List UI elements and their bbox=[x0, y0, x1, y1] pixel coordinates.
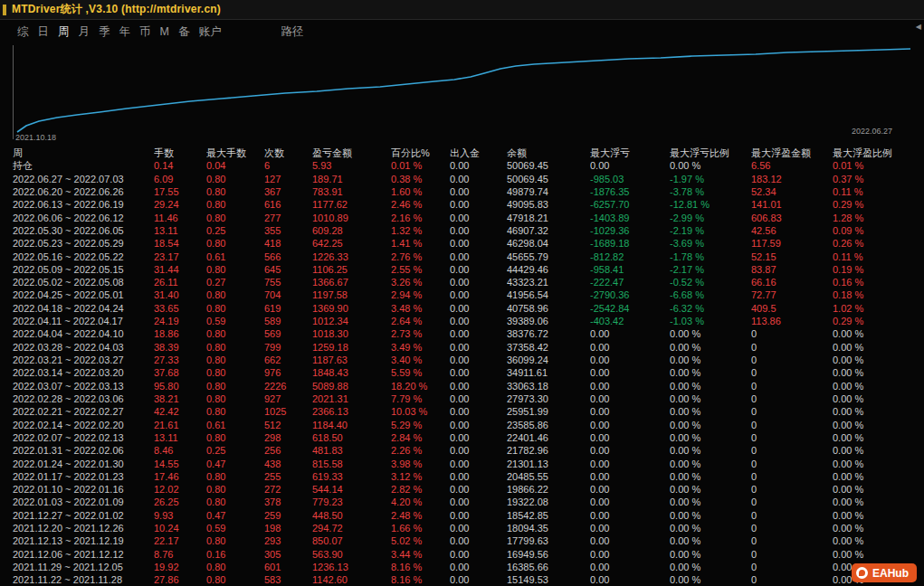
table-row[interactable]: 2022.06.27 ~ 2022.07.036.090.80127189.71… bbox=[0, 173, 924, 185]
table-cell: 0.00 bbox=[450, 380, 507, 392]
table-row[interactable]: 2022.05.16 ~ 2022.05.2223.170.615661226.… bbox=[0, 250, 924, 263]
table-cell: 0.01 % bbox=[833, 159, 924, 172]
table-cell: 8.16 % bbox=[391, 573, 450, 586]
table-cell: 0.00 bbox=[450, 470, 507, 483]
table-row[interactable]: 2021.11.22 ~ 2021.11.2827.860.805831142.… bbox=[0, 573, 924, 586]
table-row[interactable]: 2021.12.13 ~ 2021.12.1922.170.80293850.0… bbox=[0, 534, 924, 547]
table-cell: 0.00 bbox=[450, 419, 507, 431]
menu-item-币[interactable]: 币 bbox=[135, 24, 156, 40]
column-header[interactable]: 最大手数 bbox=[206, 146, 264, 159]
table-cell: 0.00 bbox=[450, 288, 507, 301]
table-cell: 40758.96 bbox=[507, 302, 590, 315]
table-cell: -12.81 % bbox=[670, 198, 751, 211]
menu-item-周[interactable]: 周 bbox=[53, 24, 74, 40]
table-cell: 15149.53 bbox=[507, 573, 590, 586]
table-cell: 0 bbox=[751, 496, 833, 508]
menu-item-备[interactable]: 备 bbox=[174, 24, 195, 40]
table-row[interactable]: 2022.01.17 ~ 2022.01.2317.460.80255619.3… bbox=[0, 470, 924, 483]
table-row[interactable]: 2021.12.20 ~ 2021.12.2610.240.59198294.7… bbox=[0, 522, 924, 534]
table-cell: 0.16 bbox=[206, 548, 264, 561]
table-row[interactable]: 2022.06.13 ~ 2022.06.1929.240.806161177.… bbox=[0, 198, 924, 211]
menu-item-年[interactable]: 年 bbox=[115, 24, 136, 40]
table-cell: 277 bbox=[264, 212, 312, 224]
column-header[interactable]: 出入金 bbox=[450, 146, 507, 159]
eahub-badge[interactable]: EAHub bbox=[852, 563, 917, 582]
table-cell: 2021.11.22 ~ 2021.11.28 bbox=[0, 573, 154, 586]
table-cell: 0.00 bbox=[450, 185, 507, 198]
table-cell: 2021.31 bbox=[312, 392, 391, 405]
table-cell: 0.00 % bbox=[670, 405, 751, 418]
table-cell: 1366.67 bbox=[312, 276, 391, 288]
table-row[interactable]: 2022.01.24 ~ 2022.01.3014.550.47438815.5… bbox=[0, 458, 924, 470]
column-header[interactable]: 最大浮盈金额 bbox=[751, 146, 833, 159]
table-row[interactable]: 2022.03.14 ~ 2022.03.2037.680.809761848.… bbox=[0, 366, 924, 379]
table-row[interactable]: 2022.05.30 ~ 2022.06.0513.110.25355609.2… bbox=[0, 224, 924, 237]
table-row[interactable]: 2022.04.11 ~ 2022.04.1724.190.595891012.… bbox=[0, 315, 924, 327]
column-header[interactable]: 最大浮亏 bbox=[590, 146, 670, 159]
table-row[interactable]: 2022.04.25 ~ 2022.05.0131.400.807041197.… bbox=[0, 288, 924, 301]
column-header[interactable]: 余额 bbox=[507, 146, 590, 159]
column-header[interactable]: 手数 bbox=[154, 146, 206, 159]
table-cell: -3.78 % bbox=[670, 185, 751, 198]
table-cell: 0 bbox=[751, 522, 833, 534]
table-cell: 16385.66 bbox=[507, 561, 590, 573]
table-cell: 14.55 bbox=[154, 458, 206, 470]
column-header[interactable]: 周 bbox=[0, 146, 154, 159]
table-cell: 0.80 bbox=[206, 288, 264, 301]
column-header[interactable]: 盈亏金额 bbox=[312, 146, 391, 159]
table-row[interactable]: 2022.02.07 ~ 2022.02.1313.110.80298618.5… bbox=[0, 431, 924, 444]
table-row[interactable]: 2022.06.06 ~ 2022.06.1211.460.802771010.… bbox=[0, 212, 924, 224]
table-row[interactable]: 2022.02.14 ~ 2022.02.2021.610.615121184.… bbox=[0, 419, 924, 431]
menu-item-综[interactable]: 综 bbox=[13, 24, 33, 40]
table-cell: 2021.12.27 ~ 2022.01.02 bbox=[0, 509, 154, 522]
table-cell: -1689.18 bbox=[590, 237, 670, 250]
table-cell: 0.00 bbox=[450, 263, 507, 276]
column-header[interactable]: 最大浮亏比例 bbox=[670, 146, 751, 159]
table-cell: 83.87 bbox=[751, 263, 833, 276]
table-cell: 37358.42 bbox=[507, 341, 590, 354]
table-cell: 0.00 bbox=[590, 522, 670, 534]
table-cell: 198 bbox=[264, 522, 312, 534]
table-cell: 0.00 % bbox=[670, 341, 751, 354]
table-cell: 8.76 bbox=[154, 548, 206, 561]
table-row[interactable]: 2022.05.09 ~ 2022.05.1531.440.806451106.… bbox=[0, 263, 924, 276]
table-row[interactable]: 2022.01.10 ~ 2022.01.1612.020.80272544.1… bbox=[0, 483, 924, 496]
table-cell: 8.46 bbox=[154, 444, 206, 457]
table-cell: 17799.63 bbox=[507, 534, 590, 547]
table-row[interactable]: 持仓0.140.0465.930.01 %0.0050069.450.000.0… bbox=[0, 159, 924, 172]
table-row[interactable]: 2022.06.20 ~ 2022.06.2617.550.80367783.9… bbox=[0, 185, 924, 198]
table-row[interactable]: 2022.01.31 ~ 2022.02.068.460.25256481.83… bbox=[0, 444, 924, 457]
table-row[interactable]: 2022.01.03 ~ 2022.01.0926.250.80378779.2… bbox=[0, 496, 924, 508]
table-cell: 25951.99 bbox=[507, 405, 590, 418]
table-row[interactable]: 2022.03.07 ~ 2022.03.1395.800.8022265089… bbox=[0, 380, 924, 392]
table-cell: 36099.24 bbox=[507, 354, 590, 366]
table-row[interactable]: 2022.04.04 ~ 2022.04.1018.860.805691018.… bbox=[0, 327, 924, 340]
menu-item-path[interactable]: 路径 bbox=[276, 24, 308, 40]
column-header[interactable]: 最大浮盈比例 bbox=[833, 146, 924, 159]
table-row[interactable]: 2022.02.28 ~ 2022.03.0638.210.809272021.… bbox=[0, 392, 924, 405]
menu-item-账户[interactable]: 账户 bbox=[194, 24, 225, 40]
table-row[interactable]: 2021.12.27 ~ 2022.01.029.930.47259448.50… bbox=[0, 509, 924, 522]
table-cell: 0.80 bbox=[206, 405, 264, 418]
table-row[interactable]: 2022.05.02 ~ 2022.05.0826.110.277551366.… bbox=[0, 276, 924, 288]
table-row[interactable]: 2022.05.23 ~ 2022.05.2918.540.80418642.2… bbox=[0, 237, 924, 250]
table-row[interactable]: 2022.04.18 ~ 2022.04.2433.650.806191369.… bbox=[0, 302, 924, 315]
menu-item-月[interactable]: 月 bbox=[74, 24, 95, 40]
table-cell: 0.80 bbox=[206, 366, 264, 379]
table-row[interactable]: 2022.03.21 ~ 2022.03.2727.330.806621187.… bbox=[0, 354, 924, 366]
menu-item-M[interactable]: M bbox=[156, 25, 174, 38]
menu-item-日[interactable]: 日 bbox=[33, 24, 54, 40]
collapse-panel-icon[interactable]: ◀ bbox=[916, 24, 921, 31]
table-cell: 2022.04.11 ~ 2022.04.17 bbox=[0, 315, 154, 327]
menu-item-季[interactable]: 季 bbox=[94, 24, 115, 40]
table-cell: 566 bbox=[264, 250, 312, 263]
table-cell: 0.26 % bbox=[833, 237, 924, 250]
column-header[interactable]: 次数 bbox=[264, 146, 312, 159]
table-row[interactable]: 2022.03.28 ~ 2022.04.0338.390.807991259.… bbox=[0, 341, 924, 354]
table-cell: 0.00 bbox=[450, 276, 507, 288]
table-cell: 0.80 bbox=[206, 327, 264, 340]
table-row[interactable]: 2021.11.29 ~ 2021.12.0519.920.806011236.… bbox=[0, 561, 924, 573]
table-row[interactable]: 2022.02.21 ~ 2022.02.2742.420.8010252366… bbox=[0, 405, 924, 418]
table-row[interactable]: 2021.12.06 ~ 2021.12.128.760.16305563.90… bbox=[0, 548, 924, 561]
column-header[interactable]: 百分比% bbox=[391, 146, 450, 159]
